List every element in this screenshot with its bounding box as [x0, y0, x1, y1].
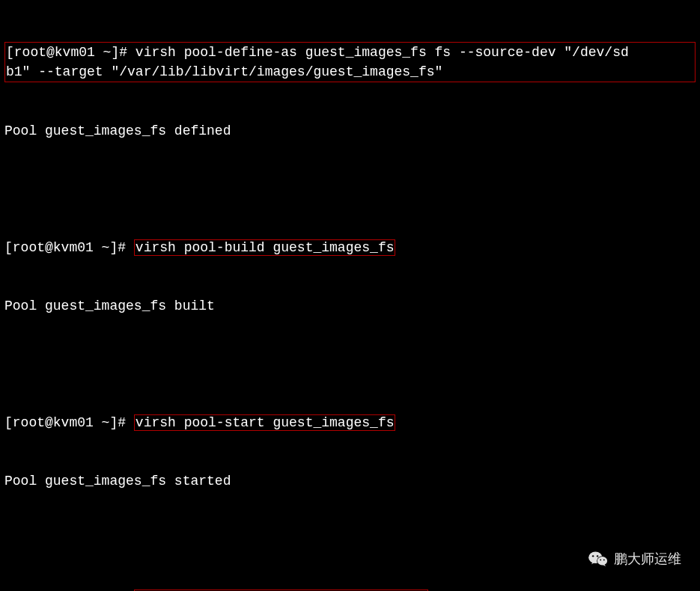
svg-point-3 — [592, 555, 594, 557]
watermark: 鹏大师运维 — [588, 549, 681, 569]
output-line: Pool guest_images_fs started — [4, 471, 696, 491]
svg-point-6 — [603, 559, 605, 560]
blank-line — [4, 530, 696, 549]
blank-line — [4, 180, 696, 199]
watermark-text: 鹏大师运维 — [614, 549, 681, 569]
highlighted-command-start: virsh pool-start guest_images_fs — [134, 414, 396, 431]
command-text: virsh pool-define-as guest_images_fs fs … — [136, 45, 629, 60]
svg-point-5 — [600, 559, 601, 560]
terminal-output[interactable]: [root@kvm01 ~]# virsh pool-define-as gue… — [4, 3, 696, 591]
svg-point-2 — [597, 557, 607, 566]
shell-prompt: [root@kvm01 ~]# — [6, 45, 136, 60]
blank-line — [4, 355, 696, 374]
command-text-cont: b1" --target "/var/lib/libvirt/images/gu… — [6, 64, 442, 79]
wechat-icon — [588, 551, 608, 567]
output-line: Pool guest_images_fs built — [4, 296, 696, 316]
svg-point-4 — [597, 555, 598, 557]
output-line: Pool guest_images_fs defined — [4, 121, 696, 141]
shell-prompt: [root@kvm01 ~]# — [4, 415, 134, 430]
highlighted-command-build: virsh pool-build guest_images_fs — [134, 239, 396, 256]
shell-prompt: [root@kvm01 ~]# — [4, 240, 134, 255]
highlighted-command-define: [root@kvm01 ~]# virsh pool-define-as gue… — [4, 42, 696, 82]
